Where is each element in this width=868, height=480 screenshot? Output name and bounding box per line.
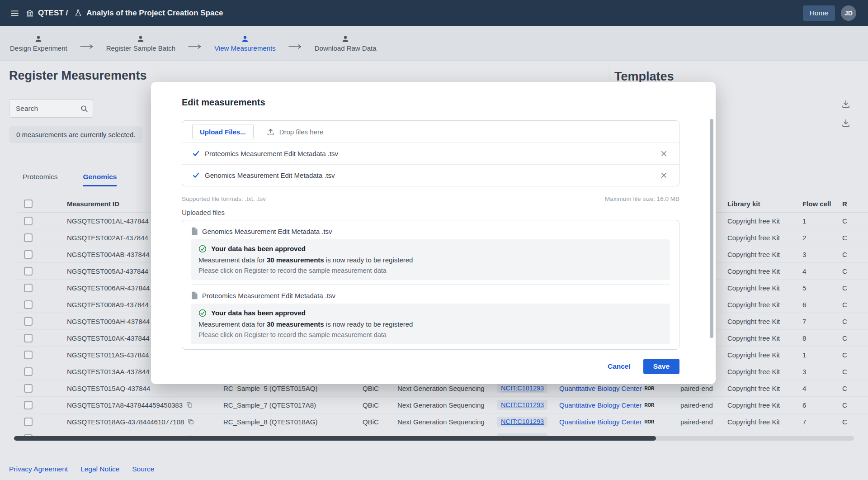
- approval-title: Your data has been approved: [211, 244, 306, 253]
- uploaded-file-name: Genomics Measurement Edit Metadata .tsv: [191, 225, 670, 237]
- uploaded-files-label: Uploaded files: [182, 209, 679, 216]
- selected-files-list: Proteomics Measurement Edit Metadata .ts…: [182, 143, 679, 186]
- drop-zone-label: Drop files here: [279, 128, 324, 136]
- selected-file-row: Genomics Measurement Edit Metadata .tsv: [182, 164, 679, 186]
- upload-area: Upload Files... Drop files here Proteomi…: [182, 120, 679, 186]
- upload-controls: Upload Files... Drop files here: [182, 121, 679, 143]
- success-check-icon: [198, 309, 207, 317]
- approval-detail: Measurement data for 30 measurements is …: [198, 256, 663, 265]
- selected-file-name: Proteomics Measurement Edit Metadata .ts…: [205, 150, 338, 157]
- upload-files-button[interactable]: Upload Files...: [192, 124, 254, 139]
- upload-icon: [266, 128, 275, 136]
- uploaded-file-section: Genomics Measurement Edit Metadata .tsvY…: [191, 225, 670, 280]
- remove-file-button[interactable]: [659, 148, 669, 159]
- file-check-icon: [192, 150, 200, 157]
- remove-file-button[interactable]: [659, 170, 669, 181]
- drop-zone[interactable]: Drop files here: [266, 128, 324, 136]
- max-file-size-note: Maximum file size: 16.0 MB: [605, 195, 679, 202]
- dialog-actions: Cancel Save: [182, 359, 679, 374]
- save-button[interactable]: Save: [643, 359, 679, 374]
- supported-formats-note: Supported file formats: .txt, .tsv: [182, 195, 266, 202]
- dialog-title: Edit measurements: [182, 97, 679, 108]
- uploaded-files-panel: Genomics Measurement Edit Metadata .tsvY…: [182, 220, 679, 350]
- approval-hint: Please click on Register to record the s…: [198, 331, 663, 339]
- cancel-button[interactable]: Cancel: [603, 360, 635, 373]
- dialog-scrollbar-thumb[interactable]: [710, 119, 713, 338]
- approval-hint: Please click on Register to record the s…: [198, 266, 663, 275]
- uploaded-file-section: Proteomics Measurement Edit Metadata .ts…: [191, 285, 670, 344]
- selected-file-name: Genomics Measurement Edit Metadata .tsv: [205, 171, 335, 179]
- approval-message: Your data has been approvedMeasurement d…: [191, 239, 670, 280]
- approval-message: Your data has been approvedMeasurement d…: [191, 304, 670, 344]
- uploaded-file-name: Proteomics Measurement Edit Metadata .ts…: [191, 290, 670, 301]
- selected-file-row: Proteomics Measurement Edit Metadata .ts…: [182, 143, 679, 164]
- app-root: QTEST / Analyis of the Project Creation …: [0, 0, 868, 480]
- file-icon: [191, 291, 198, 299]
- approval-detail: Measurement data for 30 measurements is …: [198, 320, 663, 329]
- edit-measurements-dialog: Edit measurements Upload Files... Drop f…: [151, 82, 716, 384]
- upload-notes: Supported file formats: .txt, .tsv Maxim…: [182, 195, 679, 202]
- file-check-icon: [192, 171, 200, 179]
- approval-title: Your data has been approved: [211, 308, 306, 318]
- file-icon: [191, 227, 198, 235]
- success-check-icon: [198, 245, 207, 253]
